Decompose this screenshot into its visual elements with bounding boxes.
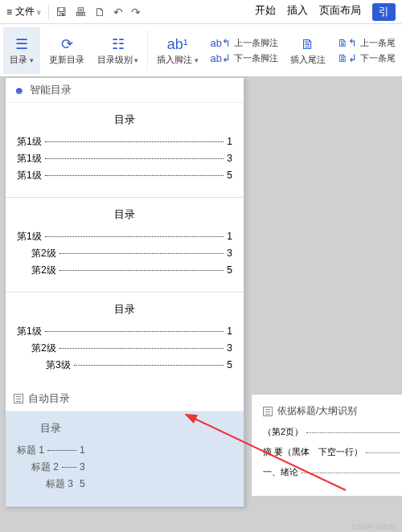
toc-line[interactable]: 第1级1 (17, 230, 232, 243)
redo-icon[interactable]: ↷ (131, 6, 141, 18)
toc-line[interactable]: 第2级5 (17, 264, 232, 277)
menubar-left: ≡ 文件∨ 🖫 🖶 🗋 ↶ ↷ (6, 5, 141, 19)
toc-dropdown[interactable]: ☻ 智能目录 目录第1级1第1级3第1级5目录第1级1第2级3第2级5目录第1级… (5, 77, 244, 507)
toc-line[interactable]: 第1级3 (17, 152, 232, 166)
footnote-icon: ab¹ (167, 35, 188, 54)
prev-icon: ab↰ (210, 37, 230, 49)
footnote-button[interactable]: ab¹ 插入脚注 (153, 27, 202, 74)
next-icon: ab↲ (210, 52, 230, 64)
auto-toc-header[interactable]: 自动目录 (6, 387, 244, 411)
update-toc-button[interactable]: ⟳ 更新目录 (45, 27, 88, 74)
toc-line[interactable]: 第1级5 (17, 169, 232, 182)
menubar: ≡ 文件∨ 🖫 🖶 🗋 ↶ ↷ 开始 插入 页面布局 引 (0, 0, 402, 24)
next-endnote[interactable]: 🗎↲下一条尾 (338, 52, 396, 64)
toc-line[interactable]: 第2级3 (17, 247, 232, 260)
toc-level-button[interactable]: ☷ 目录级别 (93, 27, 142, 74)
toc-line[interactable]: 标题 35 (17, 477, 85, 491)
toc-line[interactable]: 第1级1 (17, 325, 232, 338)
list-icon (263, 407, 273, 416)
ribbon-tabs: 开始 插入 页面布局 引 (255, 3, 396, 21)
preview-line: 摘 要（黑体 下空一行） (263, 446, 400, 458)
document-preview: 依据标题/大纲识别 （第2页） 摘 要（黑体 下空一行） 一、绪论 (251, 394, 402, 497)
prev-endnote[interactable]: 🗎↰上一条尾 (338, 37, 396, 49)
toc-line[interactable]: 第3级5 (17, 358, 232, 372)
divider (48, 5, 49, 19)
level-icon: ☷ (112, 35, 125, 54)
smart-toc-previews: 目录第1级1第1级3第1级5目录第1级1第2级3第2级5目录第1级1第2级3第3… (6, 103, 244, 387)
toc-line[interactable]: 标题 23 (17, 460, 85, 474)
toc-icon: ☰ (15, 35, 28, 54)
next-footnote[interactable]: ab↲下一条脚注 (210, 52, 277, 64)
file-menu[interactable]: 文件∨ (15, 5, 42, 18)
endnote-nav: 🗎↰上一条尾 🗎↲下一条尾 (334, 34, 399, 68)
tab-layout[interactable]: 页面布局 (319, 3, 361, 21)
preview-icon[interactable]: 🗋 (94, 6, 105, 18)
preview-line: 一、绪论 (263, 466, 400, 478)
preview-header: 依据标题/大纲识别 (263, 404, 400, 418)
divider (147, 31, 148, 71)
toc-line[interactable]: 标题 11 (17, 444, 85, 457)
toc-line[interactable]: 第1级1 (17, 135, 232, 149)
prev-icon: 🗎↰ (338, 37, 357, 49)
list-icon (14, 394, 23, 403)
footnote-nav: ab↰上一条脚注 ab↲下一条脚注 (207, 34, 281, 68)
toc-line[interactable]: 第2级3 (17, 342, 232, 355)
next-icon: 🗎↲ (338, 52, 357, 64)
smart-icon: ☻ (14, 84, 25, 96)
preview-line: （第2页） (263, 426, 400, 438)
undo-icon[interactable]: ↶ (113, 6, 123, 18)
tab-start[interactable]: 开始 (255, 3, 276, 21)
print-icon[interactable]: 🖶 (75, 6, 86, 18)
toc-button[interactable]: ☰ 目录 (3, 27, 40, 74)
quick-access-toolbar: 🖫 🖶 🗋 ↶ ↷ (55, 6, 141, 18)
save-icon[interactable]: 🖫 (55, 6, 67, 18)
watermark: CSDN @defij (352, 522, 396, 530)
smart-toc-header[interactable]: ☻ 智能目录 (6, 78, 244, 103)
auto-toc-preview[interactable]: 目录标题 11标题 23标题 35 (6, 411, 244, 506)
ribbon: ☰ 目录 ⟳ 更新目录 ☷ 目录级别 ab¹ 插入脚注 ab↰上一条脚注 ab↲… (0, 24, 402, 77)
prev-footnote[interactable]: ab↰上一条脚注 (210, 37, 277, 49)
endnote-icon: 🗎 (301, 35, 315, 54)
tab-reference[interactable]: 引 (372, 3, 396, 21)
tab-insert[interactable]: 插入 (287, 3, 308, 21)
refresh-icon: ⟳ (61, 35, 73, 54)
endnote-button[interactable]: 🗎 插入尾注 (286, 27, 330, 74)
menu-icon[interactable]: ≡ (6, 6, 12, 18)
